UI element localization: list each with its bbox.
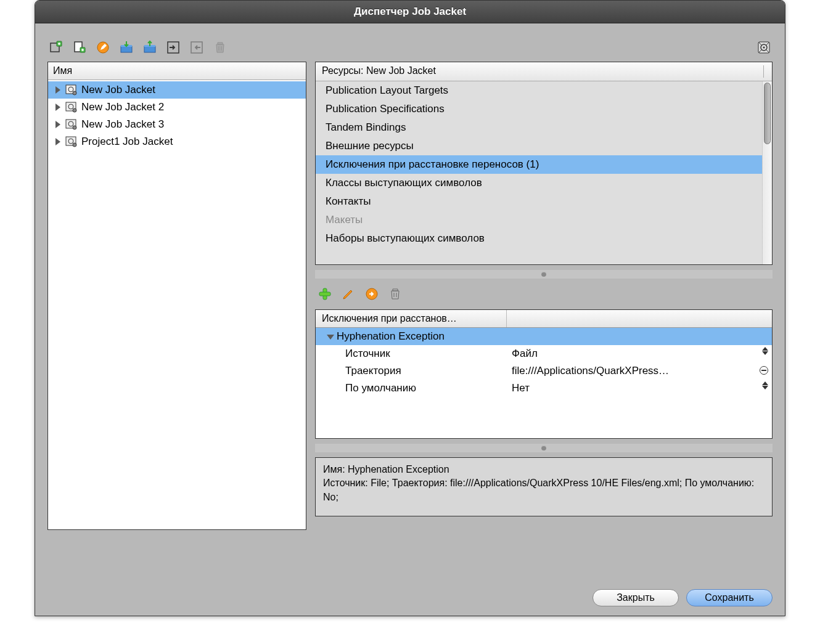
stepper-icon[interactable]	[762, 347, 768, 355]
jacket-icon	[65, 119, 78, 130]
tree-item[interactable]: New Job Jacket 2	[48, 99, 306, 116]
stepper-icon[interactable]	[762, 381, 768, 389]
svg-point-22	[73, 126, 76, 129]
main-area: Имя New Job Jacket New Job Jacket 2	[47, 62, 773, 574]
tree-item-label: New Job Jacket 2	[81, 101, 164, 113]
svg-rect-7	[144, 46, 155, 52]
pencil-icon[interactable]	[340, 286, 357, 302]
window-body: Имя New Job Jacket New Job Jacket 2	[35, 23, 785, 615]
detail-value[interactable]: Файл	[512, 348, 538, 359]
save-button[interactable]: Сохранить	[686, 589, 773, 606]
tree-item[interactable]: New Job Jacket	[48, 81, 306, 99]
apply-icon[interactable]	[363, 286, 380, 302]
detail-value[interactable]: file:///Applications/QuarkXPress…	[512, 365, 669, 377]
job-jacket-manager-window: Диспетчер Job Jacket	[35, 0, 785, 616]
trash-icon	[211, 39, 229, 55]
tree-item-label: New Job Jacket 3	[81, 118, 164, 131]
resources-header-label: Ресурсы: New Job Jacket	[322, 65, 436, 78]
resource-item[interactable]: Внешние ресурсы	[316, 137, 772, 155]
detail-row[interactable]: Источник Файл	[316, 345, 772, 362]
link-icon[interactable]	[165, 39, 182, 55]
detail-toolbar	[315, 283, 773, 304]
expand-icon[interactable]	[55, 138, 60, 145]
resource-item[interactable]: Исключения при расстановке переносов (1)	[316, 155, 772, 174]
add-icon[interactable]	[316, 286, 334, 302]
info-line: Имя: Hyphenation Exception	[323, 463, 765, 476]
tree-item[interactable]: New Job Jacket 3	[48, 116, 306, 133]
jacket-icon	[65, 102, 78, 113]
detail-body: Hyphenation Exception Источник Файл Трае…	[316, 328, 772, 438]
expand-icon[interactable]	[55, 104, 60, 111]
svg-point-25	[73, 143, 76, 147]
header-divider	[763, 65, 766, 78]
detail-root-row[interactable]: Hyphenation Exception	[316, 328, 772, 345]
tree-item[interactable]: Project1 Job Jacket	[48, 133, 306, 150]
unlink-icon	[188, 39, 205, 55]
resource-item[interactable]: Tandem Bindings	[316, 118, 772, 137]
close-button[interactable]: Закрыть	[592, 589, 679, 606]
tree-header: Имя	[48, 62, 306, 80]
resources-panel: Ресурсы: New Job Jacket Publication Layo…	[315, 62, 773, 265]
detail-key: Траектория	[316, 362, 507, 380]
resource-item[interactable]: Publication Layout Targets	[316, 81, 772, 100]
resources-list[interactable]: Publication Layout Targets Publication S…	[316, 81, 772, 264]
right-column: Ресурсы: New Job Jacket Publication Layo…	[315, 62, 773, 530]
main-toolbar	[47, 39, 773, 55]
scrollbar-thumb[interactable]	[764, 83, 771, 144]
detail-key: По умолчанию	[316, 380, 507, 397]
tree-item-label: Project1 Job Jacket	[81, 136, 173, 148]
resource-item[interactable]: Макеты	[316, 211, 772, 229]
window-title: Диспетчер Job Jacket	[35, 1, 785, 23]
dialog-footer: Закрыть Сохранить	[47, 574, 773, 606]
detail-key: Источник	[316, 345, 507, 362]
detail-row[interactable]: Траектория file:///Applications/QuarkXPr…	[316, 362, 772, 380]
jacket-icon	[65, 84, 78, 96]
detail-header: Исключения при расстанов…	[316, 310, 772, 328]
svg-rect-27	[319, 292, 330, 296]
svg-point-19	[73, 108, 76, 112]
detail-panel: Исключения при расстанов… Hyphenation Ex…	[315, 309, 773, 439]
settings-icon[interactable]	[755, 39, 773, 55]
export-icon[interactable]	[141, 39, 158, 55]
svg-point-16	[73, 91, 76, 95]
svg-point-13	[763, 47, 765, 49]
tree-item-label: New Job Jacket	[81, 84, 155, 96]
jacket-tree[interactable]: New Job Jacket New Job Jacket 2 New Job …	[48, 80, 306, 529]
detail-row[interactable]: По умолчанию Нет	[316, 380, 772, 397]
detail-root-label: Hyphenation Exception	[337, 330, 445, 342]
expand-icon[interactable]	[55, 121, 60, 128]
resource-item[interactable]: Классы выступающих символов	[316, 174, 772, 192]
info-line: Источник: File; Траектория: file:///Appl…	[323, 476, 765, 504]
import-icon[interactable]	[118, 39, 135, 55]
resources-header: Ресурсы: New Job Jacket	[316, 62, 772, 81]
splitter-handle[interactable]	[315, 270, 773, 279]
new-jacket-icon[interactable]	[47, 39, 65, 55]
info-panel: Имя: Hyphenation Exception Источник: Fil…	[315, 457, 773, 516]
edit-icon[interactable]	[94, 39, 112, 55]
expand-icon[interactable]	[55, 86, 60, 94]
svg-rect-5	[121, 46, 132, 52]
trash2-icon[interactable]	[387, 286, 404, 302]
detail-header-col2	[507, 310, 772, 327]
jacket-tree-panel: Имя New Job Jacket New Job Jacket 2	[47, 62, 306, 530]
detail-header-col1: Исключения при расстанов…	[316, 310, 507, 327]
collapse-icon[interactable]	[327, 335, 334, 340]
detail-value[interactable]: Нет	[512, 382, 530, 394]
splitter-handle[interactable]	[315, 444, 773, 452]
scrollbar[interactable]	[762, 81, 772, 264]
new-ticket-icon[interactable]	[71, 39, 88, 55]
resource-item[interactable]: Publication Specifications	[316, 100, 772, 118]
clear-icon[interactable]	[760, 366, 768, 375]
resource-item[interactable]: Контакты	[316, 192, 772, 211]
resource-item[interactable]: Наборы выступающих символов	[316, 229, 772, 248]
jacket-icon	[65, 136, 78, 147]
